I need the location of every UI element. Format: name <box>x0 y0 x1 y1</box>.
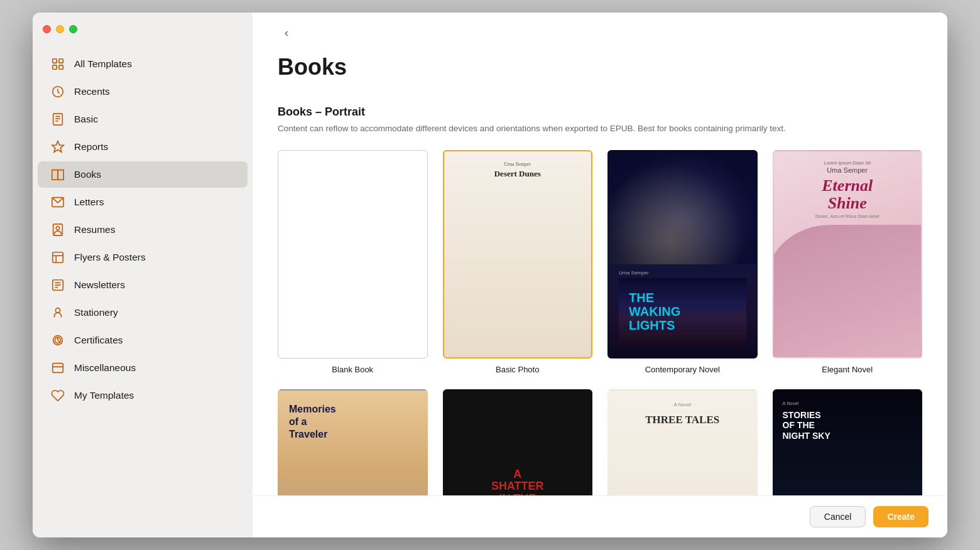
titlebar <box>33 13 253 45</box>
svg-rect-13 <box>53 252 63 263</box>
desert-author: Urna Semper <box>504 161 531 167</box>
stamp-icon <box>50 305 65 320</box>
flyer-icon <box>50 250 65 265</box>
sidebar-label-stationery: Stationery <box>74 307 118 318</box>
svg-marker-9 <box>52 141 63 152</box>
sidebar-item-recents[interactable]: Recents <box>38 78 248 105</box>
template-blank-book[interactable]: Blank Book <box>278 150 428 374</box>
svg-rect-23 <box>53 364 63 373</box>
template-thumb-contemporary-novel: Urna Semper THEWAKINGLIGHTS <box>607 150 758 358</box>
three-tales-novel: A Novel <box>673 402 691 407</box>
sidebar-item-basic[interactable]: Basic <box>38 106 248 132</box>
waking-title-text: THEWAKINGLIGHTS <box>619 278 746 345</box>
sidebar-label-flyers-posters: Flyers & Posters <box>74 252 146 263</box>
sidebar-label-books: Books <box>74 169 101 180</box>
sidebar-nav: All Templates Recents Basic <box>33 45 253 414</box>
sidebar-label-reports: Reports <box>74 141 108 153</box>
grid-icon <box>50 57 65 72</box>
eternal-title: EternalShine <box>822 177 873 212</box>
template-name-elegant-novel: Elegant Novel <box>822 365 873 374</box>
svg-rect-0 <box>53 59 57 63</box>
main-content-area: ‹ Books Books – Portrait Content can ref… <box>253 13 947 537</box>
back-button[interactable]: ‹ <box>278 24 295 41</box>
templates-scroll-area: Books – Portrait Content can reflow to a… <box>253 80 947 537</box>
template-elegant-novel[interactable]: Lorem Ipsum Dolor Sit Uma Semper Eternal… <box>773 150 923 374</box>
sidebar-item-miscellaneous[interactable]: Miscellaneous <box>38 355 248 381</box>
maximize-button[interactable] <box>69 25 77 33</box>
app-window: All Templates Recents Basic <box>33 13 947 537</box>
newsletter-icon <box>50 278 65 293</box>
sidebar-label-all-templates: All Templates <box>74 58 132 70</box>
sidebar-label-miscellaneous: Miscellaneous <box>74 362 136 374</box>
page-title: Books <box>278 54 922 80</box>
desert-title: Desert Dunes <box>494 169 541 179</box>
template-thumb-blank-book <box>278 150 428 358</box>
svg-rect-2 <box>53 65 57 69</box>
template-name-blank-book: Blank Book <box>332 365 373 374</box>
close-button[interactable] <box>43 25 51 33</box>
sidebar-item-all-templates[interactable]: All Templates <box>38 51 248 77</box>
svg-point-20 <box>55 308 60 313</box>
template-name-contemporary-novel: Contemporary Novel <box>645 365 720 374</box>
template-basic-photo[interactable]: Urna Semper Desert Dunes Basic Photo <box>443 150 593 374</box>
sidebar-label-certificates: Certificates <box>74 335 123 346</box>
eternal-author: Uma Semper <box>827 166 868 174</box>
badge-icon <box>50 139 65 154</box>
stories-novel: A Novel <box>783 401 913 406</box>
waking-author-name: Urna Semper <box>619 270 746 276</box>
svg-rect-1 <box>59 59 63 63</box>
sidebar-item-newsletters[interactable]: Newsletters <box>38 272 248 298</box>
template-contemporary-novel[interactable]: Urna Semper THEWAKINGLIGHTS Contemporary… <box>607 150 758 374</box>
sidebar-item-certificates[interactable]: Certificates <box>38 327 248 353</box>
sidebar-item-stationery[interactable]: Stationery <box>38 299 248 326</box>
create-button[interactable]: Create <box>873 506 928 527</box>
main-header: ‹ <box>253 13 947 41</box>
eternal-sub: Donec, Arcu et Risus Diam Amet <box>815 214 879 218</box>
svg-rect-3 <box>59 65 63 69</box>
book-icon <box>50 167 65 182</box>
waking-text: Urna Semper THEWAKINGLIGHTS <box>619 270 746 345</box>
sidebar-label-recents: Recents <box>74 86 110 97</box>
sidebar-label-my-templates: My Templates <box>74 390 134 401</box>
bottom-action-bar: Cancel Create <box>253 495 947 537</box>
sidebar-item-flyers-posters[interactable]: Flyers & Posters <box>38 244 248 271</box>
template-thumb-elegant-novel: Lorem Ipsum Dolor Sit Uma Semper Eternal… <box>773 150 923 358</box>
minimize-button[interactable] <box>56 25 64 33</box>
template-name-basic-photo: Basic Photo <box>496 365 539 374</box>
doc-icon <box>50 112 65 127</box>
svg-point-12 <box>56 227 60 230</box>
sidebar-item-resumes[interactable]: Resumes <box>38 217 248 243</box>
section-description: Content can reflow to accommodate differ… <box>278 122 881 135</box>
sidebar-item-letters[interactable]: Letters <box>38 189 248 215</box>
sidebar-item-my-templates[interactable]: My Templates <box>38 382 248 409</box>
sidebar: All Templates Recents Basic <box>33 13 253 537</box>
eternal-lorem: Lorem Ipsum Dolor Sit <box>824 160 871 166</box>
templates-grid-row1: Blank Book Urna Semper Desert Dunes Basi… <box>278 150 922 374</box>
sidebar-label-newsletters: Newsletters <box>74 279 125 291</box>
eternal-shape <box>773 225 923 357</box>
sidebar-item-books[interactable]: Books <box>38 161 248 188</box>
sidebar-item-reports[interactable]: Reports <box>38 134 248 160</box>
sidebar-label-basic: Basic <box>74 114 98 125</box>
template-thumb-basic-photo: Urna Semper Desert Dunes <box>443 150 593 358</box>
sidebar-label-resumes: Resumes <box>74 224 115 235</box>
resume-icon <box>50 222 65 237</box>
misc-icon <box>50 360 65 375</box>
certificate-icon <box>50 333 65 348</box>
city-glow <box>609 151 756 264</box>
sidebar-label-letters: Letters <box>74 197 104 208</box>
section-title: Books – Portrait <box>278 105 922 119</box>
svg-rect-5 <box>53 114 63 125</box>
heart-icon <box>50 388 65 403</box>
cancel-button[interactable]: Cancel <box>810 506 866 527</box>
letter-icon <box>50 195 65 210</box>
clock-icon <box>50 84 65 99</box>
